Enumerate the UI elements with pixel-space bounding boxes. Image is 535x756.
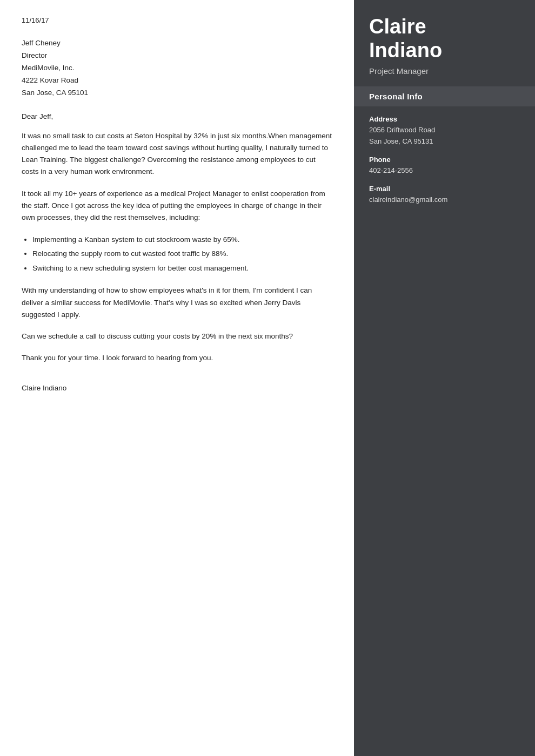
paragraph-3: With my understanding of how to show emp… — [22, 285, 332, 321]
address-label: Address — [369, 115, 520, 123]
sidebar-first-name: Claire — [369, 15, 426, 38]
email-value: claireindiano@gmail.com — [369, 194, 520, 205]
address-group: Address 2056 Driftwood Road San Jose, CA… — [369, 115, 520, 146]
email-group: E-mail claireindiano@gmail.com — [369, 185, 520, 205]
address-line1: 2056 Driftwood Road — [369, 125, 520, 136]
bullet-item-1: Implementing a Kanban system to cut stoc… — [32, 234, 332, 246]
salutation: Dear Jeff, — [22, 112, 332, 120]
signature: Claire Indiano — [22, 384, 332, 392]
email-label: E-mail — [369, 185, 520, 193]
closing-question: Can we schedule a call to discuss cuttin… — [22, 330, 332, 342]
paragraph-1: It was no small task to cut costs at Set… — [22, 130, 332, 178]
phone-group: Phone 402-214-2556 — [369, 156, 520, 176]
recipient-address: 4222 Kovar Road — [22, 75, 332, 87]
sidebar-job-title: Project Manager — [369, 66, 520, 76]
phone-label: Phone — [369, 156, 520, 164]
bullet-item-2: Relocating the supply room to cut wasted… — [32, 248, 332, 260]
personal-info-content: Address 2056 Driftwood Road San Jose, CA… — [354, 106, 535, 222]
address-line2: San Jose, CA 95131 — [369, 136, 520, 147]
personal-info-header: Personal Info — [354, 86, 535, 106]
bullet-list: Implementing a Kanban system to cut stoc… — [32, 234, 332, 275]
personal-info-section: Personal Info Address 2056 Driftwood Roa… — [354, 86, 535, 222]
sidebar-full-name: Claire Indiano — [369, 15, 520, 62]
bullet-item-3: Switching to a new scheduling system for… — [32, 262, 332, 275]
letter-date: 11/16/17 — [22, 16, 332, 24]
cover-letter-section: 11/16/17 Jeff Cheney Director MediMovile… — [0, 0, 354, 756]
recipient-block: Jeff Cheney Director MediMovile, Inc. 42… — [22, 37, 332, 99]
phone-value: 402-214-2556 — [369, 165, 520, 176]
thanks-line: Thank you for your time. I look forward … — [22, 352, 332, 364]
recipient-title: Director — [22, 50, 332, 62]
sidebar-last-name: Indiano — [369, 39, 442, 62]
sidebar: Claire Indiano Project Manager Personal … — [354, 0, 535, 756]
paragraph-2: It took all my 10+ years of experience a… — [22, 188, 332, 224]
sidebar-name-section: Claire Indiano Project Manager — [354, 0, 535, 86]
recipient-name: Jeff Cheney — [22, 37, 332, 50]
recipient-company: MediMovile, Inc. — [22, 62, 332, 75]
recipient-city: San Jose, CA 95101 — [22, 87, 332, 99]
